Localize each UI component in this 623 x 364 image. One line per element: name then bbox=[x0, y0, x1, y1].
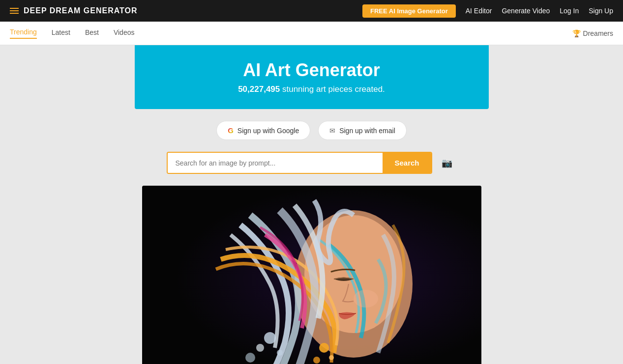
svg-point-4 bbox=[256, 344, 264, 352]
hero-subtitle-text: stunning art pieces created. bbox=[282, 84, 385, 94]
signup-buttons: G Sign up with Google ✉ Sign up with ema… bbox=[216, 121, 407, 140]
svg-point-3 bbox=[264, 332, 276, 344]
tab-latest[interactable]: Latest bbox=[52, 28, 70, 38]
hero-title: AI Art Generator bbox=[154, 60, 469, 81]
secondary-navigation: Trending Latest Best Videos 🏆 Dreamers bbox=[0, 22, 623, 45]
top-navigation: DEEP DREAM GENERATOR FREE AI Image Gener… bbox=[0, 0, 623, 22]
search-input[interactable] bbox=[168, 153, 383, 173]
svg-point-7 bbox=[319, 343, 329, 353]
svg-point-10 bbox=[354, 290, 378, 308]
signup-link[interactable]: Sign Up bbox=[589, 7, 613, 15]
featured-image-container bbox=[142, 186, 481, 364]
featured-artwork bbox=[142, 186, 481, 364]
hero-banner: AI Art Generator 50,227,495 stunning art… bbox=[135, 45, 489, 109]
dreamers-link[interactable]: 🏆 Dreamers bbox=[572, 29, 613, 37]
main-content: AI Art Generator 50,227,495 stunning art… bbox=[0, 45, 623, 364]
search-bar: Search bbox=[167, 152, 432, 174]
art-count: 50,227,495 bbox=[238, 84, 280, 94]
generate-video-link[interactable]: Generate Video bbox=[502, 7, 550, 15]
free-ai-button[interactable]: FREE AI Image Generator bbox=[362, 4, 456, 18]
camera-icon: 📷 bbox=[442, 158, 452, 168]
ai-editor-link[interactable]: AI Editor bbox=[466, 7, 492, 15]
tab-videos[interactable]: Videos bbox=[114, 28, 135, 38]
top-nav-right: FREE AI Image Generator AI Editor Genera… bbox=[362, 4, 613, 18]
svg-point-5 bbox=[277, 350, 283, 356]
svg-point-8 bbox=[313, 357, 320, 364]
email-icon: ✉ bbox=[329, 127, 335, 135]
tab-group: Trending Latest Best Videos bbox=[10, 28, 134, 39]
svg-point-9 bbox=[329, 355, 334, 360]
art-svg bbox=[142, 186, 481, 364]
brand-logo: DEEP DREAM GENERATOR bbox=[24, 6, 138, 15]
signup-google-button[interactable]: G Sign up with Google bbox=[216, 121, 310, 140]
brand-area: DEEP DREAM GENERATOR bbox=[10, 6, 138, 15]
trophy-icon: 🏆 bbox=[572, 29, 581, 37]
camera-search-button[interactable]: 📷 bbox=[437, 153, 457, 173]
login-link[interactable]: Log In bbox=[560, 7, 579, 15]
search-button[interactable]: Search bbox=[383, 153, 431, 173]
tab-trending[interactable]: Trending bbox=[10, 28, 37, 39]
signup-email-button[interactable]: ✉ Sign up with email bbox=[318, 121, 407, 140]
search-container: Search 📷 bbox=[167, 152, 457, 174]
menu-icon[interactable] bbox=[10, 8, 19, 14]
tab-best[interactable]: Best bbox=[85, 28, 99, 38]
google-icon: G bbox=[228, 126, 234, 135]
hero-subtitle: 50,227,495 stunning art pieces created. bbox=[154, 84, 469, 94]
svg-point-6 bbox=[245, 353, 255, 363]
